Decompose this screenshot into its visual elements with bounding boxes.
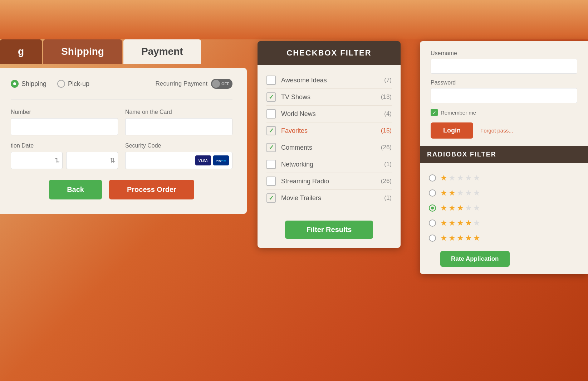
- rating-2-stars-display: ★ ★ ★ ★ ★: [440, 188, 480, 198]
- month-stepper-icon[interactable]: ⇅: [54, 156, 60, 164]
- forgot-password-link[interactable]: Forgot pass...: [480, 127, 513, 134]
- radiobox-filter-header: RADIOBOX FILTER: [420, 146, 588, 163]
- filter-comments[interactable]: ✓ Comments (26): [266, 139, 392, 156]
- awesome-ideas-checkbox[interactable]: [266, 76, 276, 85]
- rating-1-radio[interactable]: [429, 174, 436, 182]
- star-5: ★: [473, 233, 480, 243]
- right-panel-wrapper: Username Password ✓ Remember me Login Fo…: [420, 41, 588, 274]
- star-4: ★: [465, 218, 472, 228]
- star-5: ★: [473, 173, 480, 183]
- toggle-knob: [212, 80, 220, 88]
- paypal-icon: PayPal: [213, 155, 229, 165]
- star-5: ★: [473, 203, 480, 213]
- recurring-toggle[interactable]: OFF: [211, 79, 232, 89]
- star-2: ★: [449, 188, 456, 198]
- year-stepper-icon[interactable]: ⇅: [110, 156, 115, 164]
- name-group: Name on the Card: [125, 109, 232, 135]
- name-input[interactable]: [125, 118, 232, 135]
- rating-4-stars[interactable]: ★ ★ ★ ★ ★: [429, 216, 579, 231]
- filter-streaming-radio[interactable]: Streaming Radio (26): [266, 173, 392, 190]
- star-1: ★: [440, 218, 447, 228]
- movie-trailers-check-icon: ✓: [269, 194, 274, 202]
- toggle-state-label: OFF: [221, 82, 229, 86]
- rating-4-stars-display: ★ ★ ★ ★ ★: [440, 218, 480, 228]
- filter-button-row: Filter Results: [258, 213, 401, 248]
- networking-label: Networking: [281, 161, 384, 168]
- shipping-radio[interactable]: Shipping: [11, 80, 46, 88]
- process-order-button[interactable]: Process Order: [109, 180, 194, 199]
- favorites-count: (15): [381, 127, 392, 134]
- star-1: ★: [440, 188, 447, 198]
- star-5: ★: [473, 218, 480, 228]
- tab-shipping[interactable]: Shipping: [43, 39, 122, 64]
- rating-5-stars[interactable]: ★ ★ ★ ★ ★: [429, 231, 579, 246]
- star-4: ★: [465, 233, 472, 243]
- login-panel: Username Password ✓ Remember me Login Fo…: [420, 41, 588, 146]
- filter-favorites[interactable]: ✓ Favorites (15): [266, 122, 392, 139]
- filter-world-news[interactable]: World News (4): [266, 106, 392, 122]
- rating-2-radio[interactable]: [429, 189, 436, 197]
- star-3: ★: [457, 233, 464, 243]
- star-1: ★: [440, 203, 447, 213]
- filter-awesome-ideas[interactable]: Awesome Ideas (7): [266, 72, 392, 89]
- card-number-input[interactable]: [11, 118, 118, 135]
- tab-payment[interactable]: Payment: [123, 39, 201, 64]
- rating-5-stars-display: ★ ★ ★ ★ ★: [440, 233, 480, 243]
- rating-4-radio[interactable]: [429, 220, 436, 227]
- star-4: ★: [465, 203, 472, 213]
- comments-label: Comments: [281, 144, 381, 151]
- pickup-radio[interactable]: Pick-up: [57, 80, 89, 88]
- remember-checkbox[interactable]: ✓: [431, 109, 438, 116]
- payment-button-row: Back Process Order: [11, 180, 232, 199]
- rating-1-star[interactable]: ★ ★ ★ ★ ★: [429, 170, 579, 185]
- star-2: ★: [449, 233, 456, 243]
- password-input[interactable]: [431, 88, 577, 103]
- filter-results-button[interactable]: Filter Results: [285, 221, 373, 239]
- star-3: ★: [457, 203, 464, 213]
- rating-3-stars[interactable]: ★ ★ ★ ★ ★: [429, 201, 579, 216]
- rate-application-button[interactable]: Rate Application: [440, 251, 510, 267]
- tab-billing[interactable]: g: [0, 39, 42, 64]
- back-button[interactable]: Back: [49, 180, 102, 199]
- payment-options-row: Shipping Pick-up Recurring Payment OFF: [11, 79, 232, 89]
- radiobox-filter-body: ★ ★ ★ ★ ★ ★ ★ ★ ★ ★ ★ ★ ★ ★: [420, 163, 588, 274]
- checkbox-filter-header: CHECKBOX FILTER: [258, 41, 401, 65]
- expiry-label: tion Date: [11, 143, 118, 149]
- networking-count: (1): [384, 161, 392, 168]
- movie-trailers-checkbox[interactable]: ✓: [266, 193, 276, 203]
- comments-checkbox[interactable]: ✓: [266, 143, 276, 152]
- favorites-checkbox[interactable]: ✓: [266, 126, 276, 135]
- card-number-group: Number: [11, 109, 118, 135]
- filter-tv-shows[interactable]: ✓ TV Shows (13): [266, 89, 392, 106]
- world-news-checkbox[interactable]: [266, 109, 276, 119]
- login-action-row: Login Forgot pass...: [431, 122, 577, 139]
- checkbox-filter-panel: CHECKBOX FILTER Awesome Ideas (7) ✓ TV S…: [258, 41, 401, 248]
- shipping-radio-indicator: [11, 80, 19, 88]
- remember-row: ✓ Remember me: [431, 109, 577, 116]
- filter-networking[interactable]: Networking (1): [266, 156, 392, 173]
- visa-icon: VISA: [195, 155, 211, 165]
- streaming-radio-checkbox[interactable]: [266, 177, 276, 186]
- rating-5-radio[interactable]: [429, 235, 436, 242]
- rating-2-stars[interactable]: ★ ★ ★ ★ ★: [429, 185, 579, 201]
- awesome-ideas-count: (7): [384, 77, 392, 84]
- star-1: ★: [440, 173, 447, 183]
- rating-3-stars-display: ★ ★ ★ ★ ★: [440, 203, 480, 213]
- rating-1-stars: ★ ★ ★ ★ ★: [440, 173, 480, 183]
- networking-checkbox[interactable]: [266, 160, 276, 169]
- star-4: ★: [465, 173, 472, 183]
- pickup-label: Pick-up: [68, 80, 89, 88]
- filter-movie-trailers[interactable]: ✓ Movie Trailers (1): [266, 190, 392, 206]
- username-input[interactable]: [431, 59, 577, 74]
- tabs-row: g Shipping Payment: [0, 39, 202, 64]
- recurring-row: Recurring Payment OFF: [155, 79, 232, 89]
- world-news-count: (4): [384, 110, 392, 117]
- awesome-ideas-label: Awesome Ideas: [281, 77, 384, 84]
- divider: [11, 100, 232, 100]
- favorites-check-icon: ✓: [269, 127, 274, 135]
- login-button[interactable]: Login: [431, 122, 473, 139]
- tv-shows-checkbox[interactable]: ✓: [266, 92, 276, 102]
- rating-3-radio[interactable]: [429, 204, 436, 212]
- star-1: ★: [440, 233, 447, 243]
- comments-count: (26): [381, 144, 392, 151]
